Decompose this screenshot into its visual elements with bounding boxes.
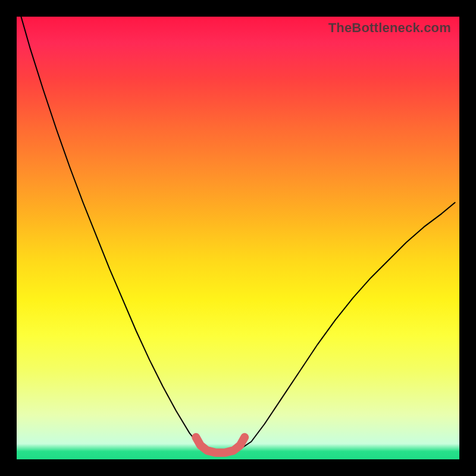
chart-frame: TheBottleneck.com bbox=[0, 0, 476, 476]
bottleneck-valley-highlight bbox=[196, 437, 245, 453]
valley-highlight-layer bbox=[17, 17, 459, 459]
plot-area: TheBottleneck.com bbox=[17, 17, 459, 459]
